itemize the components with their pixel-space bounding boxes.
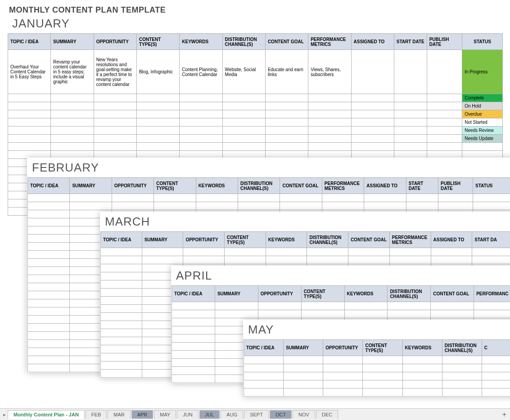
month-title-mar: MARCH bbox=[100, 212, 510, 231]
table-row[interactable]: Complete bbox=[8, 94, 503, 102]
col-assigned: ASSIGNED TO bbox=[431, 232, 472, 248]
table-row[interactable] bbox=[8, 143, 503, 151]
col-goal: CONTENT GOAL bbox=[280, 178, 322, 194]
tab-mar[interactable]: MAR bbox=[108, 410, 130, 419]
tab-oct[interactable]: OCT bbox=[270, 410, 292, 419]
cell-assigned[interactable] bbox=[351, 50, 394, 94]
status-badge[interactable]: Needs Review bbox=[462, 126, 503, 135]
table-row[interactable] bbox=[28, 202, 510, 210]
col-opportunity: OPPORTUNITY bbox=[258, 286, 301, 302]
tab-feb[interactable]: FEB bbox=[86, 410, 107, 419]
col-goal: CONTENT GOAL bbox=[431, 286, 474, 302]
col-assigned: ASSIGNED TO bbox=[351, 34, 394, 50]
col-topic: TOPIC / IDEA bbox=[244, 340, 284, 356]
table-may: TOPIC / IDEA SUMMARY OPPORTUNITY CONTENT… bbox=[244, 339, 510, 397]
col-startda: START DA bbox=[472, 232, 510, 248]
tab-aug[interactable]: AUG bbox=[221, 410, 243, 419]
col-summary: SUMMARY bbox=[51, 34, 94, 50]
cell-summary[interactable]: Revamp your content calendar in 5 easy s… bbox=[51, 50, 94, 94]
col-keywords: KEYWORDS bbox=[180, 34, 222, 50]
cell-topic[interactable]: Overhaul Your Content Calendar in 5 Easy… bbox=[8, 50, 51, 94]
cell-goal[interactable]: Educate and earn links bbox=[265, 50, 308, 94]
status-badge[interactable]: Needs Update bbox=[462, 135, 503, 143]
col-opportunity: OPPORTUNITY bbox=[183, 232, 225, 248]
cell-start[interactable] bbox=[394, 50, 427, 94]
tab-jul[interactable]: JUL bbox=[199, 410, 220, 419]
col-type: CONTENT TYPE(S) bbox=[154, 178, 196, 194]
col-start: START DATE bbox=[406, 178, 438, 194]
tab-apr[interactable]: APR bbox=[131, 410, 153, 419]
col-summary: SUMMARY bbox=[284, 340, 323, 356]
card-may: MAY TOPIC / IDEA SUMMARY OPPORTUNITY CON… bbox=[243, 320, 510, 397]
triangle-right-icon[interactable]: ▸ bbox=[2, 412, 7, 417]
col-opportunity: OPPORTUNITY bbox=[112, 178, 153, 194]
status-badge[interactable]: Overdue bbox=[462, 110, 503, 118]
cell-opportunity[interactable]: New Years resolutions and goal-setting m… bbox=[94, 50, 136, 94]
table-row[interactable] bbox=[172, 302, 510, 310]
col-assigned: ASSIGNED TO bbox=[364, 178, 406, 194]
table-row[interactable]: Overhaul Your Content Calendar in 5 Easy… bbox=[8, 50, 503, 94]
col-summary: SUMMARY bbox=[215, 286, 258, 302]
tab-dec[interactable]: DEC bbox=[316, 410, 338, 419]
month-title-feb: FEBRUARY bbox=[27, 158, 510, 177]
status-badge[interactable]: On Hold bbox=[462, 102, 503, 110]
cell-metrics[interactable]: Views, Shares, subscribers bbox=[308, 50, 351, 94]
col-opportunity: OPPORTUNITY bbox=[323, 340, 363, 356]
month-title-may: MAY bbox=[244, 320, 510, 339]
table-row[interactable]: Not Started bbox=[8, 118, 503, 126]
table-row[interactable]: On Hold bbox=[8, 102, 503, 110]
table-row[interactable]: Overdue bbox=[8, 110, 503, 118]
status-badge[interactable]: Complete bbox=[462, 94, 503, 102]
status-badge[interactable]: Not Started bbox=[462, 118, 503, 126]
plus-icon[interactable]: + bbox=[502, 411, 506, 419]
table-row[interactable]: Needs Review bbox=[8, 126, 503, 135]
cell-status[interactable]: In Progress bbox=[462, 50, 503, 94]
col-status: STATUS bbox=[473, 178, 510, 194]
table-row[interactable] bbox=[244, 372, 510, 380]
tab-may[interactable]: MAY bbox=[154, 410, 176, 419]
col-performanc: PERFORMANC bbox=[474, 286, 510, 302]
col-goal: CONTENT GOAL bbox=[348, 232, 390, 248]
col-publish: PUBLISH DATE bbox=[427, 34, 462, 50]
col-summary: SUMMARY bbox=[142, 232, 183, 248]
col-summary: SUMMARY bbox=[70, 178, 112, 194]
table-row[interactable] bbox=[244, 388, 510, 397]
col-type: CONTENT TYPE(S) bbox=[363, 340, 402, 356]
table-row[interactable] bbox=[244, 356, 510, 364]
table-row[interactable]: Needs Update bbox=[8, 135, 503, 143]
col-keywords: KEYWORDS bbox=[196, 178, 238, 194]
col-status: STATUS bbox=[462, 34, 503, 50]
table-row[interactable] bbox=[172, 310, 510, 318]
col-publish: PUBLISH DATE bbox=[438, 178, 473, 194]
tab-jun[interactable]: JUN bbox=[177, 410, 198, 419]
sheet-tabs-bar: ▸ Monthly Content Plan - JAN FEB MAR APR… bbox=[0, 408, 510, 420]
col-start: START DATE bbox=[394, 34, 427, 50]
cell-publish[interactable] bbox=[427, 50, 462, 94]
col-topic: TOPIC / IDEA bbox=[172, 286, 215, 302]
tab-jan[interactable]: Monthly Content Plan - JAN bbox=[8, 410, 85, 419]
col-metrics: PERFORMANCE METRICS bbox=[322, 178, 364, 194]
col-distribution: DISTRIBUTION CHANNEL(S) bbox=[442, 340, 482, 356]
col-opportunity: OPPORTUNITY bbox=[94, 34, 136, 50]
col-type: CONTENT TYPE(S) bbox=[301, 286, 344, 302]
table-row[interactable] bbox=[101, 256, 510, 264]
col-distribution: DISTRIBUTION CHANNEL(S) bbox=[238, 178, 280, 194]
month-title-apr: APRIL bbox=[172, 266, 510, 285]
col-keywords: KEYWORDS bbox=[402, 340, 442, 356]
month-title-jan: JANUARY bbox=[8, 14, 503, 33]
col-type: CONTENT TYPE(S) bbox=[225, 232, 266, 248]
col-distribution: DISTRIBUTION CHANNEL(S) bbox=[388, 286, 431, 302]
tab-nov[interactable]: NOV bbox=[293, 410, 315, 419]
col-topic: TOPIC / IDEA bbox=[101, 232, 142, 248]
tab-sept[interactable]: SEPT bbox=[244, 410, 269, 419]
table-row[interactable] bbox=[101, 248, 510, 256]
table-row[interactable] bbox=[28, 194, 510, 202]
table-row[interactable] bbox=[244, 380, 510, 388]
cell-distribution[interactable]: Website, Social Media bbox=[222, 50, 265, 94]
cell-keywords[interactable]: Content Planning, Content Calendar bbox=[180, 50, 222, 94]
table-row[interactable] bbox=[244, 364, 510, 372]
col-c: C bbox=[482, 340, 510, 356]
col-distribution: DISTRIBUTION CHANNEL(S) bbox=[307, 232, 348, 248]
col-metrics: PERFORMANCE METRICS bbox=[308, 34, 351, 50]
cell-type[interactable]: Blog, Infographic bbox=[136, 50, 179, 94]
